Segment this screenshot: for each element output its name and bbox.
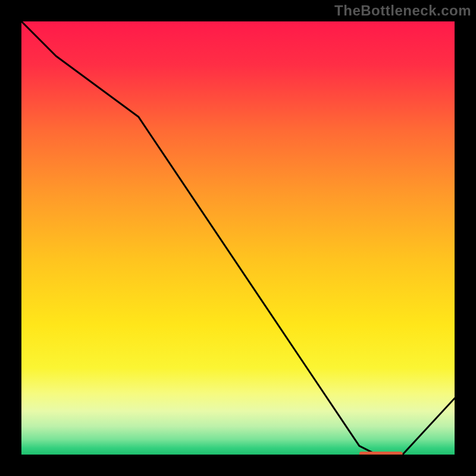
chart-frame: TheBottleneck.com [0, 0, 476, 476]
plot-area [21, 21, 455, 455]
chart-svg [21, 21, 455, 455]
gradient-background [21, 21, 455, 455]
optimal-range-marker [359, 452, 403, 455]
watermark-text: TheBottleneck.com [334, 2, 471, 19]
